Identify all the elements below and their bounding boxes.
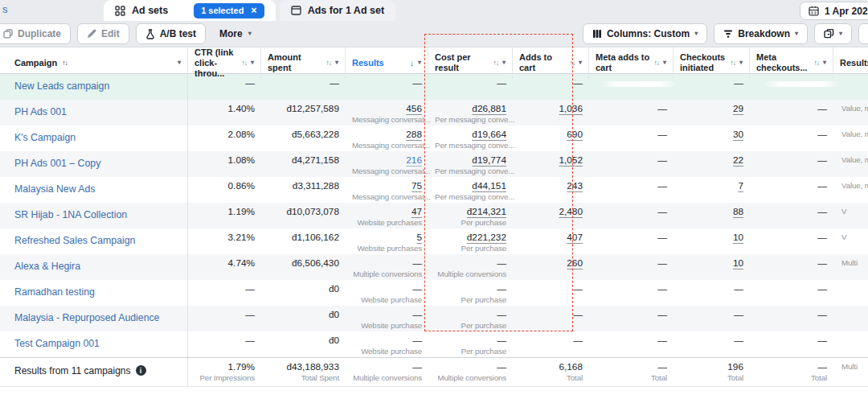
sort-icon[interactable]: ↑↓ [569, 59, 575, 67]
checkouts-initiated-cell[interactable]: 10 [674, 228, 750, 254]
campaign-name-cell[interactable]: K's Campaign [0, 125, 188, 151]
adds-to-cart-cell[interactable]: 690 [513, 125, 589, 151]
campaign-link[interactable]: K's Campaign [14, 132, 76, 143]
results-cell[interactable]: —Multiple conversions [346, 254, 428, 280]
column-menu-icon[interactable]: ▾ [502, 60, 506, 66]
checkouts-initiated-cell[interactable]: 29 [674, 100, 750, 125]
adds-to-cart-cell[interactable]: 2,480 [513, 203, 589, 228]
column-menu-icon[interactable]: ▾ [335, 60, 338, 66]
edit-button[interactable]: Edit [77, 23, 129, 44]
campaign-link[interactable]: SR Hijab - 1NA Collection [14, 209, 127, 220]
sort-icon[interactable]: ↑↓ [493, 59, 498, 67]
tab-ads-for-ad-set[interactable]: Ads for 1 Ad set [280, 0, 395, 21]
table-row[interactable]: PH Ads 001 1.40% đ12,257,589 456Messagin… [0, 100, 868, 125]
results-cell[interactable]: —Website purchase [346, 280, 428, 306]
campaign-name-cell[interactable]: Refreshed Sales Campaign [0, 228, 188, 254]
table-row[interactable]: Ramadhan testing — đ0 —Website purchase … [0, 280, 868, 306]
more-menu-button[interactable]: More ▾ [212, 28, 259, 39]
table-row[interactable]: Alexa & Hegira 4.74% đ6,506,430 —Multipl… [0, 254, 868, 280]
cost-per-result-cell[interactable]: đ44,151Per messaging conve... [428, 177, 513, 203]
cost-per-result-cell[interactable]: đ26,881Per messaging conve... [428, 100, 513, 125]
results-cell[interactable]: 75Messaging conversat... [346, 177, 428, 203]
cost-per-result-cell[interactable]: đ19,664Per messaging conve... [428, 125, 513, 151]
cost-per-result-cell[interactable]: đ214,321Per purchase [428, 203, 513, 228]
campaign-name-cell[interactable]: PH Ads 001 [0, 100, 188, 125]
table-row[interactable]: Malaysia New Ads 0.86% đ3,311,288 75Mess… [0, 177, 868, 203]
cost-per-result-cell[interactable]: —Per purchase [428, 306, 513, 331]
cost-per-result-cell[interactable]: —Per purchase [428, 331, 513, 357]
campaign-link[interactable]: Ramadhan testing [14, 286, 95, 298]
checkouts-initiated-cell[interactable]: 7 [674, 177, 750, 203]
column-menu-icon[interactable]: ▾ [823, 60, 826, 66]
checkouts-initiated-cell[interactable]: — [674, 331, 750, 357]
sort-icon[interactable]: ↑↓ [813, 59, 819, 67]
checkouts-initiated-cell[interactable]: 30 [674, 125, 750, 151]
results-cell[interactable]: 216Messaging conversat... [346, 151, 428, 177]
checkouts-initiated-cell[interactable]: 10 [674, 254, 750, 280]
sort-icon[interactable]: ↑↓ [653, 59, 659, 67]
date-range-button[interactable]: 1 Apr 2025 - 1 [800, 2, 868, 20]
campaign-link[interactable]: Alexa & Hegira [14, 261, 80, 272]
campaign-name-cell[interactable]: Alexa & Hegira [0, 254, 188, 280]
cost-per-result-cell[interactable]: —Per purchase [428, 280, 513, 306]
table-row[interactable]: Test Campaign 001 — đ0 —Website purchase… [0, 331, 868, 357]
sort-icon[interactable]: ↑↓ [326, 59, 331, 67]
cost-per-result-cell[interactable]: —Multiple conversions [428, 254, 513, 280]
column-menu-icon[interactable]: ▾ [579, 60, 582, 66]
campaign-link[interactable]: Refreshed Sales Campaign [14, 235, 135, 246]
campaign-link[interactable]: Test Campaign 001 [14, 338, 100, 349]
campaign-name-cell[interactable]: New Leads campaign [0, 74, 188, 100]
campaign-name-cell[interactable]: SR Hijab - 1NA Collection [0, 203, 188, 228]
adds-to-cart-cell[interactable]: — [513, 331, 589, 357]
checkouts-initiated-cell[interactable]: 22 [674, 151, 750, 177]
adds-to-cart-cell[interactable]: 1,036 [513, 100, 589, 125]
adds-to-cart-cell[interactable]: 243 [513, 177, 589, 203]
reports-button[interactable]: ▾ [814, 23, 852, 44]
ab-test-button[interactable]: A/B test [136, 23, 206, 44]
campaign-link[interactable]: PH Ads 001 [14, 106, 67, 117]
breakdown-button[interactable]: Breakdown ▾ [714, 23, 808, 44]
campaign-name-cell[interactable]: PH Ads 001 – Copy [0, 151, 188, 177]
campaign-link[interactable]: Malaysia New Ads [14, 183, 95, 195]
adds-to-cart-cell[interactable]: — [513, 280, 589, 306]
sort-icon[interactable]: ↑↓ [241, 59, 247, 67]
partial-cropped-button[interactable] [858, 23, 868, 44]
table-row[interactable]: K's Campaign 2.08% đ5,663,228 288Messagi… [0, 125, 868, 151]
checkouts-initiated-cell[interactable]: — [674, 306, 750, 331]
column-menu-icon[interactable]: ▾ [663, 60, 666, 66]
adds-to-cart-cell[interactable]: 1,052 [513, 151, 589, 177]
results-cell[interactable]: 456Messaging conversat... [346, 100, 428, 125]
cost-per-result-cell[interactable]: — [428, 74, 513, 100]
adds-to-cart-cell[interactable]: 407 [513, 228, 589, 254]
results-cell[interactable]: —Website purchase [346, 331, 428, 357]
results-cell[interactable]: — [346, 74, 428, 100]
results-cell[interactable]: 5Website purchases [346, 228, 428, 254]
sort-icon[interactable]: ↑↓ [62, 59, 68, 67]
sort-icon[interactable]: ↑↓ [730, 59, 735, 67]
campaign-name-cell[interactable]: Ramadhan testing [0, 280, 188, 306]
checkouts-initiated-cell[interactable]: — [674, 74, 750, 100]
adds-to-cart-cell[interactable]: — [513, 74, 589, 100]
table-row[interactable]: Refreshed Sales Campaign 3.21% đ1,106,16… [0, 228, 868, 254]
campaign-name-cell[interactable]: Malaysia New Ads [0, 177, 188, 203]
adds-to-cart-cell[interactable]: — [513, 306, 589, 331]
tab-ad-sets[interactable]: Ad sets 1 selected × [104, 0, 276, 21]
checkouts-initiated-cell[interactable]: 88 [674, 203, 750, 228]
cost-per-result-cell[interactable]: đ19,774Per messaging conve... [428, 151, 513, 177]
duplicate-button[interactable]: Duplicate [0, 23, 71, 44]
checkouts-initiated-cell[interactable]: — [674, 280, 750, 306]
campaign-link[interactable]: PH Ads 001 – Copy [14, 158, 100, 169]
clear-selection-icon[interactable]: × [251, 6, 256, 16]
column-menu-icon[interactable]: ▾ [418, 60, 421, 66]
campaign-name-cell[interactable]: Test Campaign 001 [0, 331, 188, 357]
campaign-link[interactable]: New Leads campaign [14, 80, 109, 92]
campaign-name-cell[interactable]: Malaysia - Repurposed Audience [0, 306, 188, 331]
column-menu-icon[interactable]: ▾ [739, 60, 743, 66]
selected-count-badge[interactable]: 1 selected × [194, 3, 264, 19]
table-row[interactable]: Malaysia - Repurposed Audience — đ0 —Web… [0, 306, 868, 331]
table-row[interactable]: New Leads campaign — — — — — — [0, 74, 868, 100]
column-menu-icon[interactable]: ▾ [178, 60, 181, 66]
results-cell[interactable]: —Website purchase [346, 306, 428, 331]
sort-desc-icon[interactable]: ↓ [409, 58, 414, 68]
column-menu-icon[interactable]: ▾ [251, 60, 254, 66]
